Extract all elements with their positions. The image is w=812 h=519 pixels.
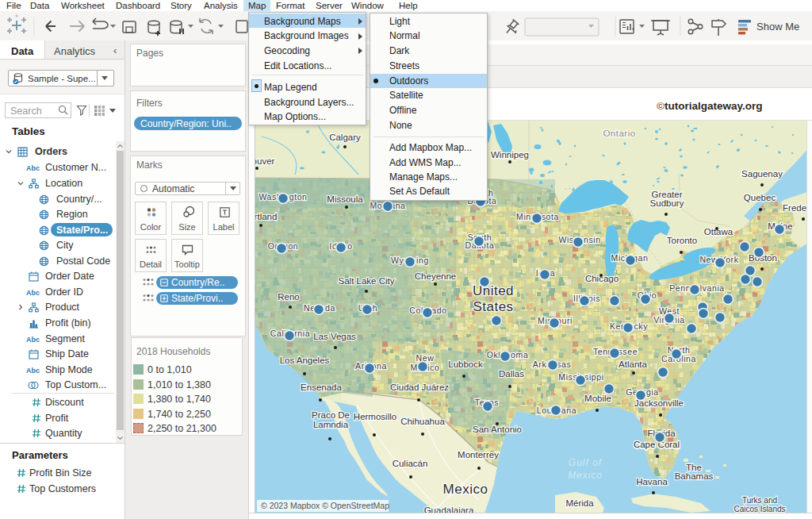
- svg-text:Gulf of: Gulf of: [569, 457, 603, 468]
- svg-text:Lamndia: Lamndia: [313, 420, 349, 429]
- svg-text:States: States: [473, 299, 513, 314]
- svg-text:Sudbury: Sudbury: [650, 198, 684, 208]
- svg-text:Dallas: Dallas: [499, 369, 524, 379]
- svg-text:Los Angeles: Los Angeles: [280, 356, 330, 365]
- svg-text:New: New: [416, 353, 435, 363]
- svg-text:ouver: ouver: [255, 156, 275, 166]
- svg-text:Turks and: Turks and: [742, 496, 777, 505]
- svg-text:rtland: rtland: [255, 212, 277, 221]
- svg-text:Cheyenne: Cheyenne: [415, 271, 456, 281]
- svg-text:Caicos Islands: Caicos Islands: [733, 505, 785, 513]
- svg-text:Show Me: Show Me: [756, 21, 799, 33]
- svg-text:Mexico: Mexico: [443, 482, 488, 497]
- svg-text:Hermosillo: Hermosillo: [354, 412, 396, 421]
- svg-text:Monterrey: Monterrey: [458, 450, 499, 459]
- svg-text:Ensenada: Ensenada: [301, 383, 342, 392]
- svg-text:Mérida: Mérida: [565, 498, 594, 508]
- svg-text:United: United: [473, 283, 514, 298]
- svg-text:Lubbock: Lubbock: [448, 359, 483, 369]
- svg-text:Ottawa: Ottawa: [704, 227, 733, 236]
- svg-text:Ontario: Ontario: [603, 129, 635, 138]
- svg-text:Toronto: Toronto: [667, 236, 697, 245]
- svg-text:Atlanta: Atlanta: [619, 359, 647, 369]
- svg-text:Havana: Havana: [636, 477, 668, 486]
- svg-text:Praco De: Praco De: [312, 410, 350, 420]
- svg-text:Ciudad Juárez: Ciudad Juárez: [390, 383, 449, 392]
- svg-text:Bahamas: Bahamas: [675, 471, 714, 481]
- svg-text:San Antonio: San Antonio: [473, 425, 522, 434]
- svg-text:Mexico: Mexico: [568, 470, 603, 481]
- svg-text:Saguenay: Saguenay: [741, 169, 783, 179]
- svg-text:Calgary: Calgary: [329, 133, 361, 142]
- svg-text:Reno: Reno: [278, 292, 300, 302]
- svg-text:Freder: Freder: [783, 203, 807, 213]
- svg-text:Mobile: Mobile: [584, 394, 611, 403]
- svg-text:Culiacán: Culiacán: [393, 459, 428, 468]
- svg-text:Guadalajara: Guadalajara: [424, 506, 474, 513]
- svg-text:Winnipeg: Winnipeg: [491, 150, 529, 160]
- svg-text:Las Vegas: Las Vegas: [313, 332, 356, 341]
- svg-text:Salt Lake City: Salt Lake City: [339, 276, 395, 286]
- svg-text:Chihuahua: Chihuahua: [400, 417, 445, 426]
- svg-text:Quebec: Quebec: [744, 193, 776, 202]
- svg-text:Missoula: Missoula: [327, 194, 363, 204]
- svg-text:© 2023 Mapbox © OpenStreetMap: © 2023 Mapbox © OpenStreetMap: [261, 501, 389, 510]
